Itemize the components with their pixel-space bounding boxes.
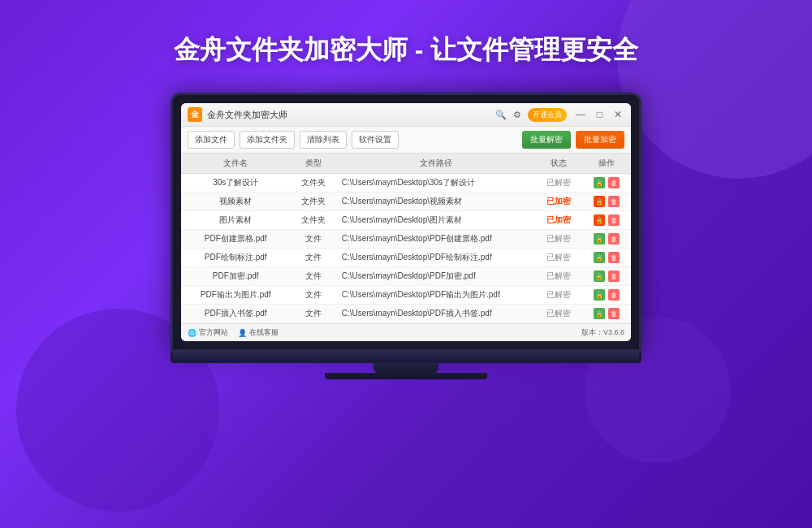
table-row: PDF插入书签.pdf 文件 C:\Users\mayn\Desktop\PDF…	[181, 305, 631, 323]
support-link[interactable]: 👤 在线客服	[238, 327, 279, 338]
screen-inner: 金 金舟文件夹加密大师 🔍 ⚙ 开通会员 — □ ✕	[181, 103, 631, 341]
lock-action-icon[interactable]: 🔒	[594, 289, 605, 301]
row-actions: 🔒 🗑	[582, 174, 631, 193]
settings-icon: ⚙	[513, 110, 521, 120]
table-body: 30s了解设计 文件夹 C:\Users\mayn\Desktop\30s了解设…	[181, 174, 631, 323]
table-row: 视频素材 文件夹 C:\Users\mayn\Desktop\视频素材 已加密 …	[181, 193, 631, 211]
row-path: C:\Users\mayn\Desktop\PDF加密.pdf	[337, 267, 536, 286]
toolbar: 添加文件 添加文件夹 清除列表 软件设置 批量解密 批量加密	[181, 127, 631, 154]
app-title-text: 金舟文件夹加密大师	[207, 109, 287, 121]
title-bar-right: 🔍 ⚙ 开通会员 — □ ✕	[495, 108, 624, 122]
row-name: PDF插入书签.pdf	[181, 305, 290, 323]
row-name: 视频素材	[181, 193, 290, 211]
col-action: 操作	[582, 154, 631, 174]
row-type: 文件	[290, 286, 336, 305]
row-status: 已解密	[536, 267, 582, 286]
row-type: 文件	[290, 249, 336, 267]
row-path: C:\Users\mayn\Desktop\PDF绘制标注.pdf	[337, 249, 536, 267]
row-actions: 🔒 🗑	[582, 286, 631, 305]
row-path: C:\Users\mayn\Desktop\图片素材	[337, 211, 536, 230]
delete-action-icon[interactable]: 🗑	[608, 214, 620, 226]
app-window: 金 金舟文件夹加密大师 🔍 ⚙ 开通会员 — □ ✕	[181, 103, 631, 341]
close-button[interactable]: ✕	[611, 109, 624, 120]
row-status: 已解密	[536, 305, 582, 323]
maximize-button[interactable]: □	[594, 109, 605, 120]
title-bar-left: 金 金舟文件夹加密大师	[188, 107, 287, 122]
row-name: 30s了解设计	[181, 174, 290, 193]
add-file-button[interactable]: 添加文件	[188, 131, 235, 149]
row-path: C:\Users\mayn\Desktop\视频素材	[337, 193, 536, 211]
add-folder-button[interactable]: 添加文件夹	[240, 131, 295, 149]
row-actions: 🔒 🗑	[582, 230, 631, 249]
delete-action-icon[interactable]: 🗑	[608, 308, 620, 319]
vip-badge[interactable]: 开通会员	[528, 108, 567, 122]
lock-action-icon[interactable]: 🔒	[594, 308, 605, 319]
website-link[interactable]: 🌐 官方网站	[188, 327, 228, 338]
delete-action-icon[interactable]: 🗑	[608, 252, 620, 263]
row-path: C:\Users\mayn\Desktop\PDF插入书签.pdf	[337, 305, 536, 323]
row-path: C:\Users\mayn\Desktop\PDF输出为图片.pdf	[337, 286, 536, 305]
batch-encrypt-button[interactable]: 批量加密	[576, 131, 624, 149]
table-row: PDF输出为图片.pdf 文件 C:\Users\mayn\Desktop\PD…	[181, 286, 631, 305]
delete-action-icon[interactable]: 🗑	[608, 270, 620, 282]
lock-action-icon[interactable]: 🔒	[594, 214, 605, 226]
laptop-screen: 金 金舟文件夹加密大师 🔍 ⚙ 开通会员 — □ ✕	[171, 93, 641, 352]
row-type: 文件夹	[290, 193, 336, 211]
row-path: C:\Users\mayn\Desktop\30s了解设计	[337, 174, 536, 193]
table-row: PDF绘制标注.pdf 文件 C:\Users\mayn\Desktop\PDF…	[181, 249, 631, 267]
clear-list-button[interactable]: 清除列表	[300, 131, 347, 149]
table-row: PDF创建票格.pdf 文件 C:\Users\mayn\Desktop\PDF…	[181, 230, 631, 249]
lock-action-icon[interactable]: 🔒	[594, 177, 605, 188]
support-label: 在线客服	[249, 327, 279, 338]
table-row: 图片素材 文件夹 C:\Users\mayn\Desktop\图片素材 已加密 …	[181, 211, 631, 230]
col-path: 文件路径	[337, 154, 536, 174]
page-title: 金舟文件夹加密大师 - 让文件管理更安全	[0, 0, 812, 93]
status-bar-left: 🌐 官方网站 👤 在线客服	[188, 327, 279, 338]
table-row: PDF加密.pdf 文件 C:\Users\mayn\Desktop\PDF加密…	[181, 267, 631, 286]
website-label: 官方网站	[199, 327, 228, 338]
support-icon: 👤	[238, 329, 247, 337]
lock-action-icon[interactable]: 🔒	[594, 252, 605, 263]
col-status: 状态	[536, 154, 582, 174]
laptop-stand	[374, 363, 438, 373]
col-name: 文件名	[181, 154, 290, 174]
laptop-foot	[325, 373, 487, 379]
row-name: PDF创建票格.pdf	[181, 230, 290, 249]
row-type: 文件夹	[290, 211, 336, 230]
batch-decrypt-button[interactable]: 批量解密	[522, 131, 571, 149]
table-row: 30s了解设计 文件夹 C:\Users\mayn\Desktop\30s了解设…	[181, 174, 631, 193]
row-actions: 🔒 🗑	[582, 249, 631, 267]
minimize-button[interactable]: —	[573, 109, 588, 120]
row-actions: 🔒 🗑	[582, 193, 631, 211]
row-status: 已加密	[536, 193, 582, 211]
laptop-wrapper: 金 金舟文件夹加密大师 🔍 ⚙ 开通会员 — □ ✕	[0, 93, 812, 379]
row-name: 图片素材	[181, 211, 290, 230]
row-type: 文件	[290, 230, 336, 249]
delete-action-icon[interactable]: 🗑	[608, 289, 620, 301]
file-table: 文件名 类型 文件路径 状态 操作 30s了解设计 文件夹 C:\Users\m…	[181, 154, 631, 323]
row-status: 已解密	[536, 286, 582, 305]
delete-action-icon[interactable]: 🗑	[608, 177, 620, 188]
row-type: 文件夹	[290, 174, 336, 193]
row-actions: 🔒 🗑	[582, 267, 631, 286]
row-path: C:\Users\mayn\Desktop\PDF创建票格.pdf	[337, 230, 536, 249]
delete-action-icon[interactable]: 🗑	[608, 196, 620, 207]
row-actions: 🔒 🗑	[582, 305, 631, 323]
row-type: 文件	[290, 305, 336, 323]
row-name: PDF加密.pdf	[181, 267, 290, 286]
row-actions: 🔒 🗑	[582, 211, 631, 230]
delete-action-icon[interactable]: 🗑	[608, 233, 620, 245]
settings-button[interactable]: 软件设置	[352, 131, 399, 149]
laptop: 金 金舟文件夹加密大师 🔍 ⚙ 开通会员 — □ ✕	[171, 93, 641, 379]
row-name: PDF输出为图片.pdf	[181, 286, 290, 305]
laptop-base	[171, 352, 641, 363]
row-name: PDF绘制标注.pdf	[181, 249, 290, 267]
lock-action-icon[interactable]: 🔒	[594, 270, 605, 282]
row-status: 已加密	[536, 211, 582, 230]
row-status: 已解密	[536, 249, 582, 267]
table-header: 文件名 类型 文件路径 状态 操作	[181, 154, 631, 174]
lock-action-icon[interactable]: 🔒	[594, 233, 605, 245]
lock-action-icon[interactable]: 🔒	[594, 196, 605, 207]
row-status: 已解密	[536, 230, 582, 249]
col-type: 类型	[290, 154, 336, 174]
